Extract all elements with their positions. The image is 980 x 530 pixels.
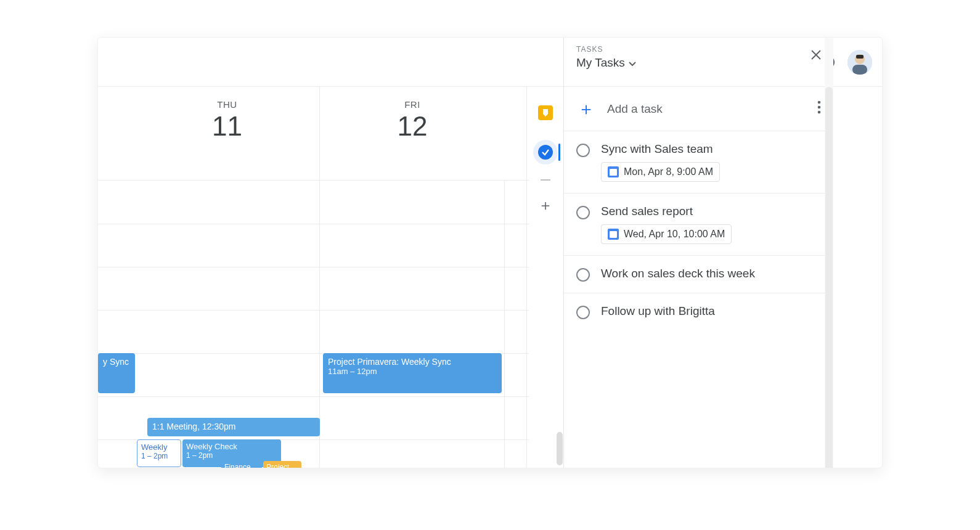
rail-divider — [541, 179, 550, 181]
event-finance[interactable]: Finance 1:30 – — [221, 461, 262, 468]
add-task-input[interactable]: Add a task — [607, 102, 817, 116]
task-checkbox[interactable] — [576, 306, 590, 319]
calendar-grid: THU 11 FRI 12 y Sync Project Primavera: … — [98, 87, 529, 468]
day-header-fri[interactable]: FRI 12 — [320, 87, 505, 181]
add-addon-icon[interactable]: ＋ — [538, 195, 553, 215]
scrollbar-thumb[interactable] — [825, 87, 833, 468]
keep-icon[interactable] — [533, 100, 558, 125]
svg-rect-15 — [852, 65, 867, 75]
calendar-icon — [608, 166, 619, 177]
svg-point-17 — [818, 100, 821, 104]
task-date-chip[interactable]: Mon, Apr 8, 9:00 AM — [601, 162, 720, 182]
avatar[interactable] — [847, 50, 872, 75]
event-primavera[interactable]: Project Primavera: Weekly Sync 11am – 12… — [323, 353, 502, 393]
tasks-icon[interactable] — [533, 140, 558, 165]
task-row[interactable]: Sync with Sales team Mon, Apr 8, 9:00 AM — [564, 131, 833, 194]
task-checkbox[interactable] — [576, 144, 590, 157]
tasks-list-selector[interactable]: My Tasks — [576, 56, 810, 70]
event-sync[interactable]: y Sync — [98, 353, 135, 393]
task-row[interactable]: Follow up with Brigitta — [564, 293, 833, 330]
tasks-panel: TASKS My Tasks ＋ Add a task Sync with S — [563, 38, 833, 468]
task-date-chip[interactable]: Wed, Apr 10, 10:00 AM — [601, 224, 732, 244]
scrollbar-track[interactable] — [825, 38, 833, 468]
side-rail: ＋ — [526, 87, 563, 468]
task-row[interactable]: Send sales report Wed, Apr 10, 10:00 AM — [564, 194, 833, 256]
calendar-icon — [608, 229, 619, 240]
event-weekly-outline[interactable]: Weekly 1 – 2pm — [137, 439, 181, 467]
kebab-icon[interactable] — [817, 100, 821, 118]
svg-rect-16 — [856, 55, 864, 59]
panel-label: TASKS — [576, 45, 810, 54]
event-project[interactable]: Project 1:30 – — [263, 461, 301, 468]
add-task-icon[interactable]: ＋ — [576, 97, 596, 121]
task-checkbox[interactable] — [576, 206, 590, 219]
task-checkbox[interactable] — [576, 268, 590, 282]
day-header-thu[interactable]: THU 11 — [135, 87, 320, 181]
tasks-list: Sync with Sales team Mon, Apr 8, 9:00 AM… — [564, 131, 833, 468]
event-oneonone[interactable]: 1:1 Meeting, 12:30pm — [147, 418, 320, 436]
svg-point-19 — [818, 110, 821, 113]
svg-point-18 — [818, 105, 821, 108]
chevron-down-icon — [629, 56, 636, 70]
task-row[interactable]: Work on sales deck this week — [564, 256, 833, 293]
close-icon[interactable] — [810, 49, 822, 65]
